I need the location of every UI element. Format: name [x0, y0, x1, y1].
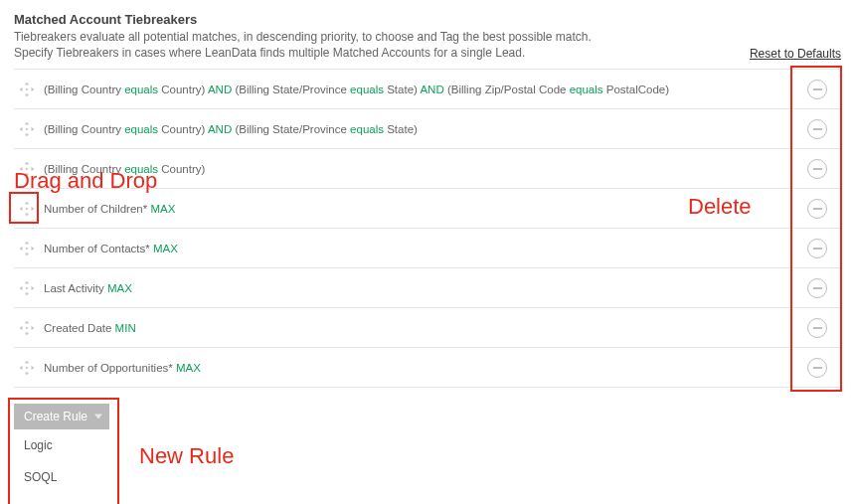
svg-marker-31 [25, 332, 30, 335]
svg-marker-2 [20, 87, 23, 92]
operator-and: AND [205, 123, 235, 135]
reset-to-defaults-link[interactable]: Reset to Defaults [750, 47, 841, 61]
operator-min: MIN [115, 322, 136, 334]
svg-marker-3 [32, 87, 35, 92]
delete-rule-button[interactable] [807, 199, 827, 219]
svg-marker-13 [32, 167, 35, 172]
svg-marker-25 [25, 280, 30, 283]
svg-point-24 [26, 248, 28, 250]
svg-marker-30 [25, 320, 30, 323]
rule-expression: (Billing Country equals Country) [44, 161, 807, 177]
svg-marker-18 [32, 207, 35, 212]
drag-handle-icon[interactable] [16, 317, 38, 339]
svg-marker-35 [25, 360, 30, 363]
svg-point-14 [26, 168, 28, 170]
svg-marker-8 [32, 127, 35, 132]
operator-and: AND [205, 84, 235, 95]
drag-handle-icon[interactable] [16, 357, 38, 379]
create-rule-box: Create Rule LogicSOQLMin/Max [14, 404, 841, 504]
tiebreaker-row: Last Activity MAX [14, 268, 841, 308]
rule-expression: (Billing Country equals Country) AND (Bi… [44, 121, 807, 137]
svg-marker-5 [25, 121, 30, 124]
drag-handle-icon[interactable] [16, 79, 38, 100]
tiebreaker-row: Number of Children* MAX [14, 189, 841, 229]
tiebreaker-list: (Billing Country equals Country) AND (Bi… [14, 69, 841, 388]
subtitle-line1: Tiebreakers evaluate all potential match… [14, 30, 592, 44]
delete-rule-button[interactable] [807, 119, 827, 139]
operator-equals: equals [124, 84, 158, 95]
tiebreaker-row: (Billing Country equals Country) AND (Bi… [14, 109, 841, 149]
svg-marker-38 [32, 366, 35, 371]
tiebreaker-row: (Billing Country equals Country) AND (Bi… [14, 70, 841, 109]
svg-point-9 [26, 128, 28, 130]
create-rule-option[interactable]: Min/Max [14, 493, 109, 504]
delete-rule-button[interactable] [807, 278, 827, 298]
operator-and: AND [418, 84, 447, 95]
svg-marker-16 [25, 213, 30, 216]
svg-marker-36 [25, 372, 30, 375]
operator-max: MAX [153, 243, 178, 254]
tiebreaker-row: Created Date MIN [14, 308, 841, 348]
rule-expression: Last Activity MAX [44, 280, 807, 296]
svg-marker-32 [20, 326, 23, 331]
svg-point-29 [26, 287, 28, 289]
svg-marker-17 [20, 207, 23, 212]
rule-expression: Number of Opportunities* MAX [44, 360, 807, 376]
svg-marker-0 [25, 82, 30, 84]
svg-marker-20 [25, 241, 30, 244]
rule-expression: Number of Children* MAX [44, 201, 807, 217]
svg-point-34 [26, 327, 28, 329]
svg-marker-10 [25, 161, 30, 164]
rule-expression: (Billing Country equals Country) AND (Bi… [44, 82, 807, 97]
operator-equals: equals [124, 123, 158, 135]
svg-marker-15 [25, 201, 30, 204]
rule-expression: Created Date MIN [44, 320, 807, 336]
create-rule-option[interactable]: SOQL [14, 461, 109, 493]
create-rule-menu: LogicSOQLMin/Max [14, 429, 109, 504]
delete-rule-button[interactable] [807, 318, 827, 338]
svg-marker-11 [25, 173, 30, 176]
operator-equals: equals [350, 123, 384, 135]
operator-equals: equals [124, 163, 158, 175]
svg-point-39 [26, 367, 28, 369]
operator-max: MAX [150, 203, 175, 215]
svg-marker-6 [25, 133, 30, 136]
svg-marker-33 [32, 326, 35, 331]
delete-rule-button[interactable] [807, 80, 827, 99]
page-title: Matched Account Tiebreakers [14, 12, 738, 27]
svg-marker-37 [20, 366, 23, 371]
operator-equals: equals [350, 84, 384, 95]
drag-handle-icon[interactable] [16, 198, 38, 220]
create-rule-button[interactable]: Create Rule [14, 404, 109, 429]
delete-rule-button[interactable] [807, 159, 827, 179]
create-rule-option[interactable]: Logic [14, 429, 109, 461]
svg-point-19 [26, 208, 28, 210]
operator-max: MAX [107, 282, 132, 294]
svg-point-4 [26, 88, 28, 90]
delete-rule-button[interactable] [807, 239, 827, 258]
operator-equals: equals [570, 84, 603, 95]
svg-marker-22 [20, 247, 23, 252]
svg-marker-28 [32, 286, 35, 291]
tiebreaker-row: (Billing Country equals Country) [14, 149, 841, 189]
drag-handle-icon[interactable] [16, 277, 38, 299]
svg-marker-7 [20, 127, 23, 132]
svg-marker-26 [25, 292, 30, 295]
rule-expression: Number of Contacts* MAX [44, 241, 807, 256]
drag-handle-icon[interactable] [16, 158, 38, 180]
operator-max: MAX [176, 362, 201, 374]
subtitle-line2: Specify Tiebreakers in cases where LeanD… [14, 46, 525, 60]
delete-rule-button[interactable] [807, 358, 827, 378]
drag-handle-icon[interactable] [16, 118, 38, 140]
drag-handle-icon[interactable] [16, 238, 38, 259]
page: Matched Account Tiebreakers Tiebreakers … [14, 12, 841, 504]
create-rule-area: Create Rule LogicSOQLMin/Max New Rule [14, 404, 841, 504]
svg-marker-1 [25, 93, 30, 96]
header: Matched Account Tiebreakers Tiebreakers … [14, 12, 841, 61]
header-text: Matched Account Tiebreakers Tiebreakers … [14, 12, 738, 61]
svg-marker-21 [25, 252, 30, 255]
tiebreaker-row: Number of Opportunities* MAX [14, 348, 841, 388]
svg-marker-12 [20, 167, 23, 172]
tiebreaker-row: Number of Contacts* MAX [14, 229, 841, 268]
svg-marker-27 [20, 286, 23, 291]
